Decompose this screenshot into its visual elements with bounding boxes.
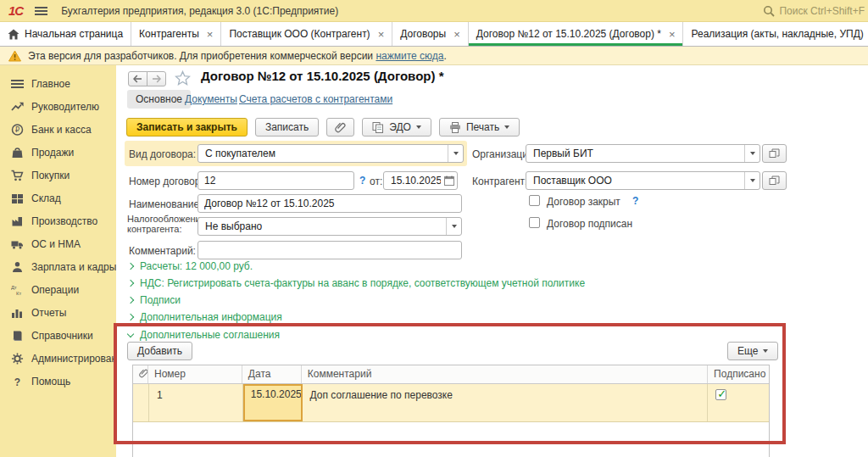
sidebar-item-zarplata-i-kadry[interactable]: Зарплата и кадры bbox=[0, 255, 116, 278]
sidebar-item-prodazhi[interactable]: Продажи bbox=[0, 141, 116, 164]
organizaciya-select[interactable]: Первый БИТ bbox=[526, 144, 760, 163]
section-podpisi[interactable]: Подписи bbox=[127, 293, 181, 307]
dogovor-zakryt-checkbox[interactable] bbox=[529, 195, 540, 206]
sidebar-item-sklad[interactable]: Склад bbox=[0, 187, 116, 209]
close-icon[interactable]: × bbox=[378, 28, 385, 41]
sidebar-item-pokupki[interactable]: Покупки bbox=[0, 164, 116, 187]
sidebar-item-pomoshch[interactable]: ? Помощь bbox=[0, 370, 116, 393]
dogovor-podpisan-checkbox[interactable] bbox=[529, 217, 540, 228]
add-agreement-button[interactable]: Добавить bbox=[127, 342, 192, 360]
column-header-data[interactable]: Дата bbox=[242, 365, 302, 383]
svg-text:?: ? bbox=[14, 376, 20, 387]
naimenovanie-input[interactable] bbox=[198, 194, 462, 213]
chevron-down-icon bbox=[416, 125, 421, 129]
sidebar-item-os-i-nma[interactable]: ОС и НМА bbox=[0, 232, 116, 255]
edo-documents-icon bbox=[372, 122, 384, 133]
cell-nomer[interactable]: 1 bbox=[149, 384, 243, 421]
tab-dogovory[interactable]: Договоры × bbox=[392, 22, 469, 46]
zakryt-help-icon[interactable]: ? bbox=[632, 195, 638, 207]
chevron-down-icon bbox=[452, 225, 457, 228]
tab-dogovor-12-active[interactable]: Договор №12 от 15.10.2025 (Договор) * × bbox=[469, 22, 684, 46]
section-dop-soglasheniya[interactable]: Дополнительные соглашения bbox=[127, 328, 280, 342]
sidebar-item-administrirovanie[interactable]: Администрирование bbox=[0, 347, 116, 370]
back-button[interactable] bbox=[128, 71, 147, 86]
vid-dogovora-select[interactable]: С покупателем bbox=[198, 144, 464, 163]
cell-kommentariy[interactable]: Доп соглашение по перевозке bbox=[303, 384, 709, 421]
attachments-button[interactable] bbox=[326, 118, 354, 137]
tab-home[interactable]: Начальная страница bbox=[0, 22, 131, 46]
more-button[interactable]: Еще bbox=[727, 342, 778, 360]
sidebar-item-otchety[interactable]: Отчеты bbox=[0, 301, 116, 324]
chevron-right-icon bbox=[127, 297, 134, 304]
sidebar-item-bank-i-kassa[interactable]: ₽ Банк и касса bbox=[0, 118, 116, 141]
nomer-help-icon[interactable]: ? bbox=[359, 175, 365, 187]
kommentariy-input[interactable] bbox=[198, 241, 462, 259]
close-icon[interactable]: × bbox=[453, 28, 460, 41]
agreements-table: Номер Дата Комментарий Подписано 1 15.10… bbox=[132, 365, 770, 457]
dropdown-button[interactable] bbox=[744, 172, 760, 189]
print-button[interactable]: Печать bbox=[439, 118, 520, 137]
buy-version-link[interactable]: нажмите сюда bbox=[376, 50, 443, 62]
date-input[interactable]: 15.10.2025 bbox=[383, 171, 458, 190]
grid-icon bbox=[11, 192, 24, 204]
column-header-nomer[interactable]: Номер bbox=[148, 365, 242, 383]
svg-text:Дт: Дт bbox=[11, 285, 17, 290]
tab-realizaciya[interactable]: Реализация (акты, накладные, УПД) × bbox=[683, 22, 868, 46]
close-icon[interactable]: × bbox=[669, 28, 676, 41]
chevron-right-icon bbox=[127, 280, 134, 287]
chevron-down-icon bbox=[763, 349, 768, 353]
sidebar-item-spravochniki[interactable]: Справочники bbox=[0, 324, 116, 347]
open-link-icon bbox=[769, 148, 780, 159]
sidebar-item-glavnoe[interactable]: Главное bbox=[0, 72, 116, 95]
history-nav bbox=[128, 71, 166, 86]
main-menu-icon[interactable] bbox=[35, 5, 47, 17]
section-dop-informaciya[interactable]: Дополнительная информация bbox=[127, 310, 282, 324]
edo-button[interactable]: ЭДО bbox=[362, 118, 431, 137]
podpisano-checkbox[interactable] bbox=[715, 389, 726, 400]
form-tab-scheta-raschetov[interactable]: Счета расчетов с контрагентами bbox=[239, 93, 392, 105]
close-icon[interactable]: × bbox=[207, 28, 214, 41]
tab-postavshchik[interactable]: Поставщик ООО (Контрагент) × bbox=[221, 22, 392, 46]
sidebar-item-operacii[interactable]: ДтКт Операции bbox=[0, 278, 116, 301]
save-button[interactable]: Записать bbox=[255, 118, 319, 137]
dropdown-button[interactable] bbox=[446, 218, 461, 235]
sidebar-item-proizvodstvo[interactable]: Производство bbox=[0, 209, 116, 232]
cell-attachment[interactable] bbox=[133, 384, 149, 421]
nomer-dogovora-input[interactable] bbox=[198, 171, 354, 190]
favorite-star-icon[interactable] bbox=[175, 70, 191, 89]
dt-kt-icon: ДтКт bbox=[11, 284, 24, 296]
kontragent-select[interactable]: Поставщик ООО bbox=[526, 171, 760, 190]
global-search[interactable]: Поиск Ctrl+Shift+F bbox=[761, 0, 866, 22]
tab-kontragenty[interactable]: Контрагенты × bbox=[131, 22, 221, 46]
forward-button[interactable] bbox=[147, 71, 166, 86]
save-and-close-button[interactable]: Записать и закрыть bbox=[126, 118, 248, 137]
form-tab-osnovnoe[interactable]: Основное bbox=[127, 90, 191, 109]
truck-icon bbox=[11, 238, 24, 250]
open-organizaciya-button[interactable] bbox=[762, 144, 787, 163]
column-header-podpisano[interactable]: Подписано bbox=[708, 365, 769, 383]
column-header-kommentariy[interactable]: Комментарий bbox=[302, 365, 708, 383]
table-header: Номер Дата Комментарий Подписано bbox=[133, 365, 769, 384]
column-header-attachment[interactable] bbox=[133, 365, 148, 383]
nalogooblozhenie-select[interactable]: Не выбрано bbox=[198, 217, 462, 236]
dropdown-button[interactable] bbox=[744, 145, 760, 162]
sidebar-item-rukovoditelyu[interactable]: Руководителю bbox=[0, 95, 116, 118]
open-kontragent-button[interactable] bbox=[762, 171, 787, 190]
dropdown-button[interactable] bbox=[448, 145, 463, 162]
dev-version-warning: Эта версия для разработчиков. Для приобр… bbox=[0, 47, 868, 65]
field-label-ot: от: bbox=[370, 176, 382, 187]
window-tab-bar: Начальная страница Контрагенты × Поставщ… bbox=[0, 22, 868, 47]
section-nds[interactable]: НДС: Регистрировать счета-фактуры на ава… bbox=[127, 276, 585, 290]
cell-data-selected[interactable]: 15.10.2025 bbox=[243, 384, 303, 421]
paperclip-icon bbox=[335, 121, 346, 133]
application-window: 1С Бухгалтерия предприятия, редакция 3.0… bbox=[0, 0, 868, 457]
1c-logo: 1С bbox=[8, 3, 23, 18]
calendar-button[interactable] bbox=[441, 172, 457, 189]
cell-podpisano[interactable] bbox=[708, 384, 769, 421]
form-tab-dokumenty[interactable]: Документы bbox=[185, 93, 237, 105]
table-row[interactable]: 1 15.10.2025 Доп соглашение по перевозке bbox=[133, 384, 769, 422]
trend-icon bbox=[11, 101, 24, 113]
section-raschety[interactable]: Расчеты: 12 000,00 руб. bbox=[127, 259, 253, 273]
dogovor-zakryt-label: Договор закрыт bbox=[547, 196, 620, 208]
ruble-coin-icon: ₽ bbox=[11, 124, 24, 136]
